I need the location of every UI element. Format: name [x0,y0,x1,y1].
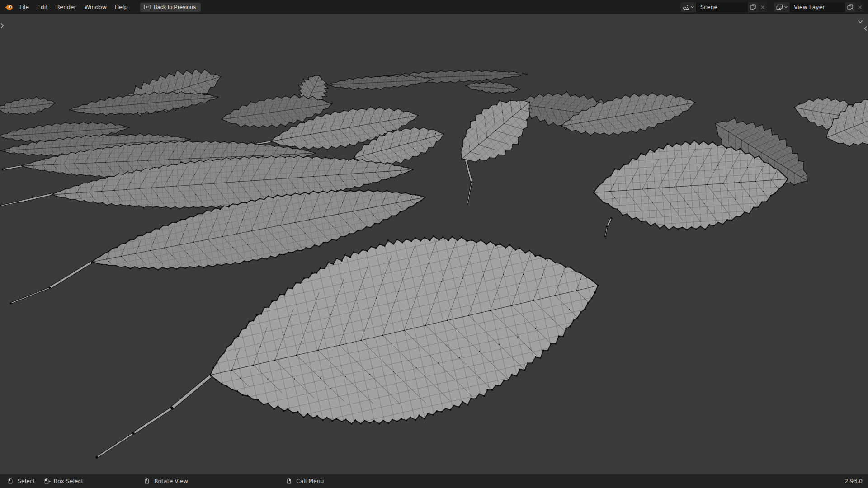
new-view-layer-button[interactable] [845,2,855,12]
expand-sidebar-arrow-icon[interactable] [864,26,868,31]
back-screen-icon [144,4,151,10]
status-hint-box-select: Box Select [42,478,84,485]
menu-render[interactable]: Render [52,2,80,12]
status-hint-label: Box Select [54,478,84,484]
mouse-left-icon [6,478,15,485]
remove-view-layer-button[interactable] [855,2,864,12]
x-icon [858,5,862,9]
new-scene-button[interactable] [748,2,758,12]
unlink-scene-button[interactable] [758,2,767,12]
leaf-sliver-1[interactable] [0,94,57,118]
scene-browse-button[interactable] [680,2,696,12]
collapse-header-arrow-icon[interactable] [858,20,863,23]
chevron-down-icon [784,6,788,8]
view-layer-icon [776,4,783,10]
topbar: FileEditRenderWindowHelp Back to Previou… [0,0,868,14]
menu-help[interactable]: Help [111,2,132,12]
status-hint-label: Select [18,478,35,484]
leaf-right-2[interactable] [557,83,699,146]
x-icon [760,5,765,9]
status-hint-select: Select [6,478,35,485]
leaf-row-top-3[interactable] [465,80,521,96]
scene-icon [683,4,689,10]
mouse-middle-icon [143,478,151,485]
menu-edit[interactable]: Edit [33,2,52,12]
blender-logo-icon[interactable] [4,3,14,11]
menu-file[interactable]: File [15,2,33,12]
scene-name-field[interactable]: Scene [696,2,748,12]
copy-icon [750,4,756,10]
copy-icon [847,4,853,10]
scene-selector: Scene [680,2,767,12]
back-button-label: Back to Previous [153,4,196,10]
expand-toolbar-arrow-icon[interactable] [0,23,4,28]
status-hint-label: Call Menu [296,478,324,484]
view-layer-browse-button[interactable] [774,2,790,12]
status-hint-label: Rotate View [154,478,188,484]
view-layer-name-field[interactable]: View Layer [790,2,845,12]
blender-version: 2.93.0 [844,478,863,484]
menu-window[interactable]: Window [80,2,111,12]
status-hint-rotate-view: Rotate View [143,478,188,485]
mouse-right-icon [285,478,293,485]
back-to-previous-button[interactable]: Back to Previous [140,2,201,12]
chevron-down-icon [691,6,694,8]
viewport-3d[interactable] [0,14,868,474]
menu-bar: FileEditRenderWindowHelp [15,2,132,12]
mouse-left-drag-icon [42,478,51,485]
view-layer-selector: View Layer [774,2,864,12]
status-hint-call-menu: Call Menu [285,478,324,485]
status-bar: SelectBox SelectRotate ViewCall Menu 2.9… [0,474,868,488]
